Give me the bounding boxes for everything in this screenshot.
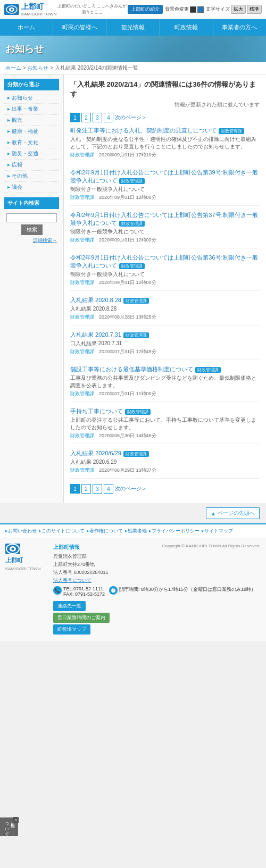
- page-2-btn-b[interactable]: 2: [81, 484, 91, 494]
- sidebar-item-assembly[interactable]: 議会: [4, 182, 59, 193]
- font-size-control: 文字サイズ 拡大 標準: [206, 5, 262, 14]
- news-tag-9: 財政管理課: [123, 451, 149, 457]
- page-top-area: ▲ ページの先頭へ: [0, 503, 266, 523]
- search-input[interactable]: [6, 213, 57, 222]
- news-tag-1: 財政管理課: [219, 128, 244, 134]
- news-title-3[interactable]: 令和2年9月1日付け入札公告については上郡町公告第37号:制限付き一般競争入札に…: [70, 211, 260, 227]
- page-next-b[interactable]: 次のページ＞: [115, 485, 147, 493]
- advanced-search-link[interactable]: 詳細検索→: [6, 237, 57, 244]
- font-large-button[interactable]: 拡大: [231, 5, 246, 14]
- footer-logo-sub: KAMIGORI TOWN: [5, 566, 40, 571]
- footer-hours: 開庁時間: 8時30分から17時15分（金曜日は窓口業務のみ18時）: [119, 586, 256, 593]
- news-meta-3: 財政管理課 2020年09月01日 12時00分: [70, 237, 260, 244]
- news-item-4: 令和2年9月1日付け入札公告については上郡町公告第36号:制限付き一般競争入札に…: [70, 254, 260, 291]
- page-top-button[interactable]: ▲ ページの先頭へ: [206, 507, 260, 519]
- news-tag-8: 財政管理課: [125, 409, 151, 415]
- news-title-9[interactable]: 入札結果 2020/6/29財政管理課: [70, 449, 260, 457]
- news-tag-4: 財政管理課: [119, 263, 145, 269]
- hero-title: お知らせ: [5, 43, 44, 55]
- breadcrumb-current: 入札結果 2020/2/14の関連情報一覧: [55, 65, 138, 71]
- tagline: 上郡町のだいどころ ここへきみんが揃うとここ: [56, 4, 128, 15]
- sidebar-item-tourism[interactable]: 観光: [4, 115, 59, 126]
- nav-residents[interactable]: 町民の皆様へ: [53, 19, 106, 36]
- color-blue[interactable]: [197, 6, 204, 13]
- page-4-btn[interactable]: 4: [104, 113, 113, 122]
- footer-link-copyright[interactable]: 著作権について: [87, 528, 123, 535]
- nav-municipal[interactable]: 町政情報: [160, 19, 213, 36]
- news-title-4[interactable]: 令和2年9月1日付け入札公告については上郡町公告第36号:制限付き一般競争入札に…: [70, 254, 260, 270]
- news-desc-4: 制限付き一般競争入札について: [70, 271, 260, 278]
- svg-point-5: [12, 548, 14, 550]
- breadcrumb-news[interactable]: お知らせ: [27, 65, 48, 71]
- news-title-8[interactable]: 手持ち工事について財政管理課: [70, 407, 260, 415]
- news-item-3: 令和2年9月1日付け入札公告については上郡町公告第37号:制限付き一般競争入札に…: [70, 211, 260, 248]
- footer-link-privacy[interactable]: プライバシーポリシー: [149, 528, 200, 535]
- hero-banner: お知らせ: [0, 36, 266, 62]
- sidebar-item-disaster[interactable]: 防災・交通: [4, 148, 59, 160]
- content-subtitle: 情報が更新された順に並んでいます: [70, 101, 260, 108]
- footer-dept-title: 上郡町情報: [53, 544, 162, 551]
- map-button[interactable]: 町役場マップ: [53, 624, 90, 635]
- page-1-btn[interactable]: 1: [70, 113, 80, 122]
- page-3-btn[interactable]: 3: [93, 113, 102, 122]
- sidebar-item-other[interactable]: その他: [4, 171, 59, 182]
- sidebar-section-title: 分類から選ぶ: [4, 79, 59, 90]
- news-tag-2: 財政管理課: [119, 178, 145, 184]
- sidebar-item-health[interactable]: 健康・福祉: [4, 126, 59, 137]
- content-header: 「入札結果 2020/2/14」の関連情報には36件の情報があります 情報が更新…: [70, 80, 260, 108]
- page-1-btn-b[interactable]: 1: [70, 484, 80, 494]
- footer-tel-item: 📞 TEL:0791-52-1111 FAX: 0791-52-5172: [53, 586, 105, 597]
- nav-tourism[interactable]: 観光情報: [106, 19, 160, 36]
- footer-link-about[interactable]: このサイトについて: [39, 528, 85, 535]
- news-meta-6: 財政管理課 2020年07月31日 17時49分: [70, 348, 260, 355]
- nav-business[interactable]: 事業者の方へ: [213, 19, 266, 36]
- footer-logo-icon: [5, 544, 20, 554]
- page-top-label: ページの先頭へ: [218, 510, 255, 517]
- phone-icon: 📞: [53, 586, 62, 595]
- sidebar-item-education[interactable]: 教育・文化: [4, 137, 59, 148]
- news-item-6: 入札結果 2020.7.31財政管理課 口入札結果 2020.7.31 財政管理…: [70, 331, 260, 360]
- page-3-btn-b[interactable]: 3: [93, 484, 102, 494]
- contacts-list-button[interactable]: 連絡先一覧: [53, 601, 86, 611]
- news-item-7: 舗設工事等における最低基準価格制度について財政管理課 工事及び業務の公共事業及び…: [70, 365, 260, 402]
- footer-legal-link[interactable]: 法人番号について: [53, 578, 92, 583]
- sidebar-item-pr[interactable]: 広報: [4, 160, 59, 171]
- page-2-btn[interactable]: 2: [81, 113, 91, 122]
- color-black[interactable]: [190, 6, 196, 13]
- news-item-5: 入札結果 2020.8.28財政管理課 入札結果 2020.8.28 財政管理課…: [70, 296, 260, 326]
- footer-link-vendor[interactable]: 処業者端: [125, 528, 147, 535]
- sidebar-search-title: サイト内検索: [4, 197, 59, 209]
- sidebar-item-events[interactable]: 出事・食業: [4, 104, 59, 115]
- news-title-7[interactable]: 舗設工事等における最低基準価格制度について財政管理課: [70, 365, 260, 373]
- footer-logo: 上郡町 KAMIGORI TOWN: [5, 544, 48, 636]
- nav-home[interactable]: ホーム: [0, 19, 53, 36]
- footer-contact: 📞 TEL:0791-52-1111 FAX: 0791-52-5172 🕐 開…: [53, 586, 261, 636]
- footer-hours-item: 🕐 開庁時間: 8時30分から17時15分（金曜日は窓口業務のみ18時）: [109, 586, 256, 597]
- search-box: 検索 詳細検索→: [4, 211, 59, 246]
- hours-info-button[interactable]: 窓口業務時間のご案内: [53, 613, 110, 623]
- hero-image: [160, 36, 266, 62]
- font-normal-button[interactable]: 標準: [247, 5, 262, 14]
- footer-link-contact[interactable]: お問い合わせ: [5, 528, 37, 535]
- news-title-6[interactable]: 入札結果 2020.7.31財政管理課: [70, 331, 260, 339]
- footer-link-sitemap[interactable]: サイトマップ: [202, 528, 233, 535]
- page-next[interactable]: 次のページ＞: [115, 114, 147, 121]
- news-tag-5: 財政管理課: [123, 298, 149, 304]
- footer-main: 上郡町 KAMIGORI TOWN 上郡町情報 児童消衣管理部 上郡町大持278…: [0, 538, 266, 641]
- intro-button[interactable]: 上郡町の紹介: [128, 5, 163, 14]
- content-title: 「入札結果 2020/2/14」の関連情報には36件の情報があります: [70, 80, 260, 99]
- news-meta-1: 財政管理課 2020年09月01日 17時10分: [70, 152, 260, 158]
- news-meta-5: 財政管理課 2020年08月28日 13時25分: [70, 314, 260, 321]
- sidebar-item-news[interactable]: お知らせ: [4, 93, 59, 104]
- news-title-5[interactable]: 入札結果 2020.8.28財政管理課: [70, 296, 260, 304]
- news-title-1[interactable]: 町発注工事等における入札、契約制度の見直しについて財政管理課: [70, 127, 260, 135]
- news-item-9: 入札結果 2020/6/29財政管理課 入札結果 2020.6.29 財政管理課…: [70, 449, 260, 479]
- breadcrumb-home[interactable]: ホーム: [5, 65, 21, 71]
- search-button[interactable]: 検索: [21, 224, 43, 235]
- footer-info: 上郡町情報 児童消衣管理部 上郡町大持278番地 法人番号 6000020284…: [53, 544, 162, 584]
- page-4-btn-b[interactable]: 4: [104, 484, 113, 494]
- news-title-2[interactable]: 令和2年9月1日付け入札公告については上郡町公告第39号:制限付き一般競争入札に…: [70, 169, 260, 185]
- footer-tel: TEL:0791-52-1111: [63, 586, 105, 591]
- sidebar: 分類から選ぶ お知らせ 出事・食業 観光 健康・福祉 教育・文化 防災・交通 広…: [0, 74, 64, 503]
- news-meta-7: 財政管理課 2020年07月01日 11時00分: [70, 390, 260, 397]
